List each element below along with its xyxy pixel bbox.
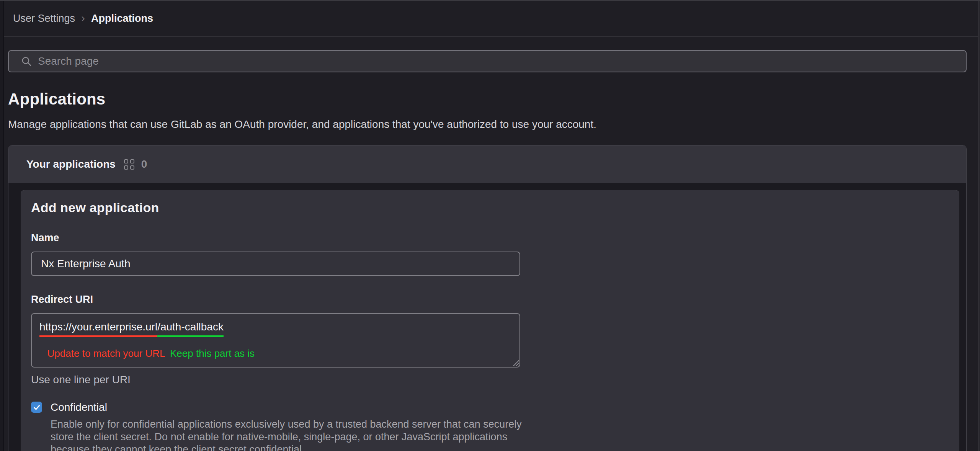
redirect-uri-host-part: https://your.enterprise.url bbox=[39, 321, 157, 337]
search-icon bbox=[21, 56, 32, 67]
breadcrumb-user-settings[interactable]: User Settings bbox=[13, 13, 75, 25]
name-label: Name bbox=[31, 232, 947, 244]
page-title: Applications bbox=[8, 90, 967, 108]
chevron-right-icon: › bbox=[81, 13, 85, 23]
panel-body: Add new application Name Redirect URI ht… bbox=[8, 183, 966, 451]
applications-grid-icon bbox=[124, 159, 134, 170]
confidential-checkbox[interactable] bbox=[31, 402, 42, 413]
page-search-input[interactable] bbox=[38, 55, 958, 67]
application-name-input[interactable] bbox=[31, 252, 520, 276]
confidential-help-text: Enable only for confidential application… bbox=[51, 418, 529, 451]
applications-count-badge: 0 bbox=[141, 158, 147, 170]
panel-header: Your applications 0 bbox=[8, 145, 966, 183]
search-box[interactable] bbox=[8, 50, 967, 72]
page-content: Applications Manage applications that ca… bbox=[0, 50, 980, 451]
redirect-uri-value: https://your.enterprise.url/auth-callbac… bbox=[39, 320, 510, 334]
breadcrumb: User Settings › Applications bbox=[13, 13, 153, 25]
add-application-title: Add new application bbox=[31, 200, 947, 215]
your-applications-panel: Your applications 0 Add new application … bbox=[8, 145, 967, 451]
checkmark-icon bbox=[33, 404, 41, 411]
panel-title: Your applications bbox=[26, 158, 116, 170]
redirect-uri-hint: Use one line per URI bbox=[31, 374, 947, 386]
page-description: Manage applications that can use GitLab … bbox=[8, 118, 967, 131]
redirect-uri-textarea[interactable]: https://your.enterprise.url/auth-callbac… bbox=[31, 313, 520, 368]
breadcrumb-bar: User Settings › Applications bbox=[0, 1, 980, 37]
annotation-update-url: Update to match your URL bbox=[40, 348, 172, 359]
redirect-uri-path-part: /auth-callback bbox=[157, 321, 224, 337]
confidential-text-block: Confidential Enable only for confidentia… bbox=[51, 401, 529, 451]
confidential-label[interactable]: Confidential bbox=[51, 401, 529, 413]
annotation-keep-part: Keep this part as is bbox=[170, 348, 255, 359]
breadcrumb-current-page: Applications bbox=[91, 13, 153, 25]
redirect-uri-label: Redirect URI bbox=[31, 294, 947, 306]
left-edge-strip bbox=[0, 1, 4, 451]
textarea-resize-handle[interactable] bbox=[512, 359, 519, 366]
add-application-card: Add new application Name Redirect URI ht… bbox=[21, 190, 959, 451]
scrollbar-track[interactable] bbox=[978, 1, 980, 451]
confidential-row: Confidential Enable only for confidentia… bbox=[31, 401, 947, 451]
